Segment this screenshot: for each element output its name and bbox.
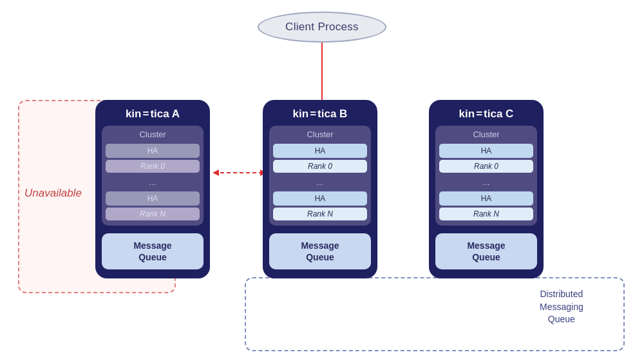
node-b-cluster: Cluster HA Rank 0 ... HA Rank N (269, 126, 371, 226)
node-b-rank-group-1: HA Rank 0 (273, 144, 367, 173)
dmq-label-text: DistributedMessagingQueue (540, 289, 583, 324)
client-process: Client Process (258, 12, 386, 43)
client-process-label: Client Process (285, 21, 359, 34)
node-c-rankN: Rank N (439, 208, 533, 220)
node-c-rank-group-2: HA Rank N (439, 191, 533, 220)
node-c-cluster: Cluster HA Rank 0 ... HA Rank N (435, 126, 537, 226)
node-b-dots: ... (273, 176, 367, 188)
node-a-rank-group-2: HA Rank N (106, 191, 200, 220)
node-b-rank0: Rank 0 (273, 160, 367, 173)
node-c-title: kin=tica C (459, 108, 514, 121)
node-a-cluster: Cluster HA Rank 0 ... HA Rank N (102, 126, 204, 226)
node-a-rank0: Rank 0 (106, 160, 200, 173)
node-a: kin=tica A Cluster HA Rank 0 ... HA Rank… (95, 100, 210, 278)
node-b-cluster-label: Cluster (307, 130, 333, 139)
diagram-container: Client Process Unavailable DistributedMe… (0, 0, 644, 359)
node-a-rank-group-1: HA Rank 0 (106, 144, 200, 173)
node-a-title: kin=tica A (126, 108, 180, 121)
node-b-message-queue: MessageQueue (269, 233, 371, 269)
node-c-rank-group-1: HA Rank 0 (439, 144, 533, 173)
node-c-rank0: Rank 0 (439, 160, 533, 173)
dmq-label: DistributedMessagingQueue (540, 288, 583, 326)
svg-marker-2 (213, 170, 219, 176)
node-c: kin=tica C Cluster HA Rank 0 ... HA Rank… (429, 100, 544, 278)
node-a-ha1: HA (106, 144, 200, 158)
node-b-ha2: HA (273, 191, 367, 206)
node-b-rankN: Rank N (273, 208, 367, 220)
node-a-rankN: Rank N (106, 208, 200, 220)
node-a-cluster-label: Cluster (139, 130, 166, 139)
node-c-cluster-label: Cluster (473, 130, 499, 139)
node-c-dots: ... (439, 176, 533, 188)
node-a-ha2: HA (106, 191, 200, 206)
node-a-message-queue: MessageQueue (102, 233, 204, 269)
node-b-title: kin=tica B (293, 108, 348, 121)
node-c-ha1: HA (439, 144, 533, 158)
node-b-rank-group-2: HA Rank N (273, 191, 367, 220)
node-a-dots: ... (106, 176, 200, 188)
node-c-ha2: HA (439, 191, 533, 206)
unavailable-label: Unavailable (24, 187, 82, 200)
node-b: kin=tica B Cluster HA Rank 0 ... HA Rank… (263, 100, 377, 278)
node-b-ha1: HA (273, 144, 367, 158)
node-c-message-queue: MessageQueue (435, 233, 537, 269)
